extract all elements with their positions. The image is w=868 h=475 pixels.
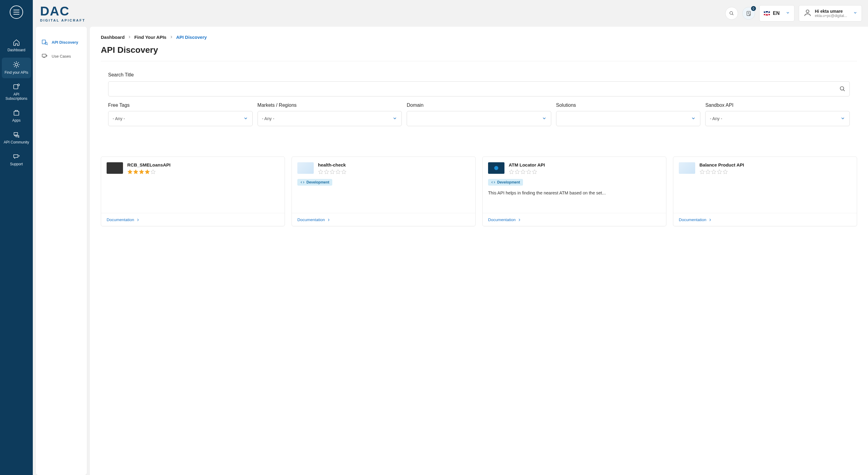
star-icon (335, 169, 341, 175)
support-icon (13, 153, 20, 160)
uk-flag-icon (764, 11, 770, 15)
card-description (679, 179, 851, 209)
filter-value: - Any - (262, 116, 274, 121)
chevron-down-icon (786, 11, 790, 16)
svg-rect-1 (14, 84, 18, 89)
notification-count-badge: 0 (751, 6, 756, 11)
filter-label: Solutions (556, 103, 701, 108)
rail-item-community[interactable]: API Community (2, 128, 31, 148)
svg-rect-9 (42, 54, 46, 57)
star-icon (127, 169, 133, 175)
card-description: This API helps in finding the nearest AT… (488, 190, 660, 209)
chevron-right-icon (327, 218, 331, 222)
star-icon (722, 169, 728, 175)
filter-select[interactable]: - Any - (705, 111, 850, 126)
rail-label: Apps (12, 118, 20, 123)
rail-item-support[interactable]: Support (2, 150, 31, 170)
api-card[interactable]: health-checkDevelopmentDocumentation (291, 157, 475, 226)
hamburger-icon (13, 10, 20, 14)
chevron-right-icon (136, 218, 140, 222)
filter-free-tags: Free Tags- Any - (108, 103, 253, 126)
star-icon (700, 169, 705, 175)
api-card[interactable]: Balance Product APIDocumentation (673, 157, 857, 226)
divider (101, 61, 857, 61)
chevron-right-icon (518, 218, 521, 222)
rail-item-find-apis[interactable]: Find your APIs (2, 58, 31, 78)
status-tag: Development (297, 179, 332, 185)
search-title-input[interactable] (108, 81, 850, 97)
filters-section: Search Title Free Tags- Any -Markets / R… (101, 72, 857, 126)
star-icon (717, 169, 722, 175)
search-icon (729, 11, 734, 16)
filter-value: - Any - (710, 116, 722, 121)
rail-label: Find your APIs (5, 70, 28, 75)
user-greeting: Hi ekta umare (815, 9, 847, 14)
chevron-right-icon (169, 35, 173, 40)
star-icon (150, 169, 156, 175)
nav-rail: Dashboard Find your APIs API Subscriptio… (0, 0, 33, 475)
sidebar-item-label: Use Cases (52, 54, 71, 59)
star-icon (526, 169, 531, 175)
sidebar-item-use-cases[interactable]: Use Cases (36, 49, 87, 63)
language-selector[interactable]: EN (759, 5, 795, 22)
star-icon (515, 169, 520, 175)
star-icon (711, 169, 716, 175)
topbar: DAC DIGITAL APICRAFT 0 EN Hi ekta umare … (33, 0, 868, 27)
card-thumbnail (679, 162, 695, 174)
search-title-label: Search Title (108, 72, 850, 78)
code-icon (300, 180, 305, 184)
apps-icon (13, 109, 20, 116)
filter-select[interactable]: - Any - (108, 111, 253, 126)
documentation-link[interactable]: Documentation (488, 217, 521, 222)
star-icon (341, 169, 346, 175)
star-icon (509, 169, 514, 175)
community-icon (13, 131, 20, 138)
sidebar-item-label: API Discovery (52, 40, 78, 44)
star-icon (705, 169, 711, 175)
filter-label: Sandbox API (705, 103, 850, 108)
page-content: Dashboard Find Your APIs API Discovery A… (90, 27, 868, 475)
global-search-button[interactable] (725, 7, 738, 20)
chevron-down-icon (542, 116, 547, 122)
rating-stars (318, 169, 346, 175)
search-icon[interactable] (839, 86, 845, 92)
crumb-find-apis[interactable]: Find Your APIs (134, 35, 166, 40)
filter-select[interactable] (556, 111, 701, 126)
api-card[interactable]: RCB_SMELoansAPIDocumentation (101, 157, 285, 226)
chevron-down-icon (243, 116, 248, 122)
documentation-link[interactable]: Documentation (679, 217, 712, 222)
sidebar-item-api-discovery[interactable]: API Discovery (36, 35, 87, 49)
user-menu[interactable]: Hi ekta umare ekta.u+pc@digital... (799, 5, 862, 22)
menu-toggle-button[interactable] (10, 5, 23, 19)
api-card[interactable]: ATM Locator APIDevelopmentThis API helps… (482, 157, 666, 226)
star-icon (145, 169, 150, 175)
usecases-icon (41, 53, 48, 60)
brand-tagline: DIGITAL APICRAFT (40, 19, 85, 22)
page-title: API Discovery (101, 45, 857, 55)
documentation-link[interactable]: Documentation (297, 217, 331, 222)
documentation-link[interactable]: Documentation (106, 217, 140, 222)
card-title: health-check (318, 162, 346, 167)
star-icon (330, 169, 335, 175)
rail-item-subscriptions[interactable]: API Subscriptions (2, 80, 31, 104)
rail-item-apps[interactable]: Apps (2, 106, 31, 126)
filter-value: - Any - (113, 116, 125, 121)
filter-select[interactable] (407, 111, 551, 126)
brand-name: DAC (40, 5, 85, 18)
svg-rect-3 (14, 111, 19, 115)
rating-stars (700, 169, 744, 175)
chevron-down-icon (840, 116, 845, 122)
filter-select[interactable]: - Any - (257, 111, 402, 126)
brand-logo: DAC DIGITAL APICRAFT (40, 5, 85, 22)
user-email: ekta.u+pc@digital... (815, 14, 847, 18)
card-title: RCB_SMELoansAPI (127, 162, 171, 167)
star-icon (532, 169, 537, 175)
filter-label: Free Tags (108, 103, 253, 108)
crumb-dashboard[interactable]: Dashboard (101, 35, 125, 40)
discovery-icon (41, 39, 48, 45)
card-thumbnail (488, 162, 504, 174)
rail-item-dashboard[interactable]: Dashboard (2, 36, 31, 56)
notifications-button[interactable]: 0 (742, 7, 755, 20)
star-icon (520, 169, 526, 175)
main-area: DAC DIGITAL APICRAFT 0 EN Hi ekta umare … (33, 0, 868, 475)
